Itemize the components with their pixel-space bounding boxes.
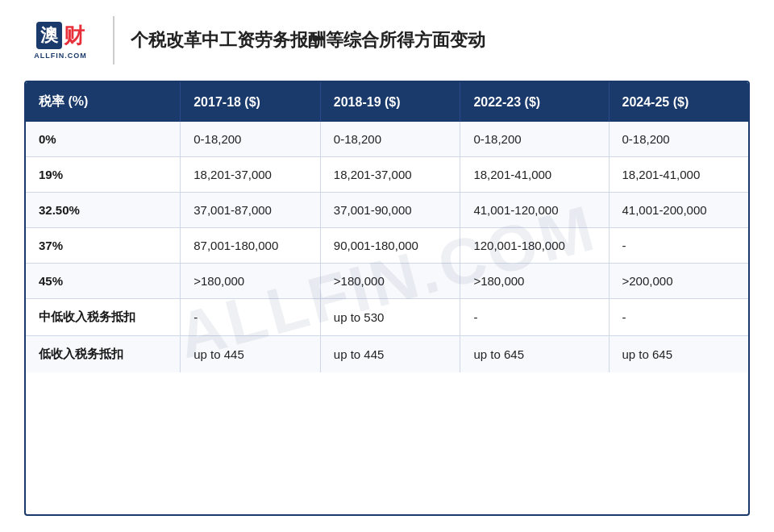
cell-y2018_19: 90,001-180,000: [320, 228, 460, 264]
col-header-y2017_18: 2017-18 ($): [181, 82, 321, 122]
table-row: 45%>180,000>180,000>180,000>200,000: [26, 264, 748, 299]
table-row: 低收入税务抵扣up to 445up to 445up to 645up to …: [26, 336, 748, 373]
header-divider: [113, 16, 114, 64]
cell-y2024_25: 0-18,200: [609, 122, 748, 157]
cell-tax_rate: 32.50%: [26, 193, 181, 228]
cell-y2022_23: >180,000: [460, 264, 609, 299]
table-row: 19%18,201-37,00018,201-37,00018,201-41,0…: [26, 157, 748, 193]
logo-cai: 财: [64, 22, 85, 50]
cell-y2022_23: -: [460, 299, 609, 336]
cell-y2017_18: >180,000: [181, 264, 321, 299]
table-row: 32.50%37,001-87,00037,001-90,00041,001-1…: [26, 193, 748, 228]
table-header-row: 税率 (%)2017-18 ($)2018-19 ($)2022-23 ($)2…: [26, 82, 748, 122]
cell-tax_rate: 37%: [26, 228, 181, 264]
col-header-y2024_25: 2024-25 ($): [609, 82, 748, 122]
logo-ao: 澳: [36, 22, 62, 49]
cell-y2017_18: up to 445: [181, 336, 321, 373]
table-row: 中低收入税务抵扣-up to 530--: [26, 299, 748, 336]
table-container: ALLFIN.COM 税率 (%)2017-18 ($)2018-19 ($)2…: [24, 81, 750, 516]
cell-y2024_25: 41,001-200,000: [609, 193, 748, 228]
cell-y2024_25: >200,000: [609, 264, 748, 299]
cell-tax_rate: 0%: [26, 122, 181, 157]
cell-y2017_18: 87,001-180,000: [181, 228, 321, 264]
cell-y2018_19: 0-18,200: [320, 122, 460, 157]
cell-tax_rate: 45%: [26, 264, 181, 299]
cell-y2018_19: 37,001-90,000: [320, 193, 460, 228]
col-header-tax_rate: 税率 (%): [26, 82, 181, 122]
table-row: 37%87,001-180,00090,001-180,000120,001-1…: [26, 228, 748, 264]
data-table: 税率 (%)2017-18 ($)2018-19 ($)2022-23 ($)2…: [26, 82, 748, 372]
col-header-y2022_23: 2022-23 ($): [460, 82, 609, 122]
cell-y2024_25: -: [609, 228, 748, 264]
cell-y2024_25: up to 645: [609, 336, 748, 373]
logo: 澳 财 ALLFIN.COM: [24, 22, 97, 60]
page-title: 个税改革中工资劳务报酬等综合所得方面变动: [131, 28, 750, 52]
cell-y2022_23: 0-18,200: [460, 122, 609, 157]
logo-top: 澳 财: [36, 22, 85, 50]
cell-y2018_19: up to 530: [320, 299, 460, 336]
cell-y2022_23: 18,201-41,000: [460, 157, 609, 193]
cell-tax_rate: 低收入税务抵扣: [26, 336, 181, 373]
cell-y2017_18: 18,201-37,000: [181, 157, 321, 193]
cell-y2024_25: 18,201-41,000: [609, 157, 748, 193]
table-row: 0%0-18,2000-18,2000-18,2000-18,200: [26, 122, 748, 157]
cell-tax_rate: 19%: [26, 157, 181, 193]
page-wrapper: 澳 财 ALLFIN.COM 个税改革中工资劳务报酬等综合所得方面变动 ALLF…: [0, 0, 774, 532]
cell-y2017_18: 0-18,200: [181, 122, 321, 157]
cell-y2022_23: up to 645: [460, 336, 609, 373]
cell-y2017_18: 37,001-87,000: [181, 193, 321, 228]
cell-y2022_23: 41,001-120,000: [460, 193, 609, 228]
logo-url: ALLFIN.COM: [34, 52, 87, 60]
cell-tax_rate: 中低收入税务抵扣: [26, 299, 181, 336]
cell-y2022_23: 120,001-180,000: [460, 228, 609, 264]
cell-y2018_19: >180,000: [320, 264, 460, 299]
cell-y2018_19: 18,201-37,000: [320, 157, 460, 193]
header: 澳 财 ALLFIN.COM 个税改革中工资劳务报酬等综合所得方面变动: [24, 16, 750, 64]
cell-y2017_18: -: [181, 299, 321, 336]
cell-y2018_19: up to 445: [320, 336, 460, 373]
cell-y2024_25: -: [609, 299, 748, 336]
col-header-y2018_19: 2018-19 ($): [320, 82, 460, 122]
